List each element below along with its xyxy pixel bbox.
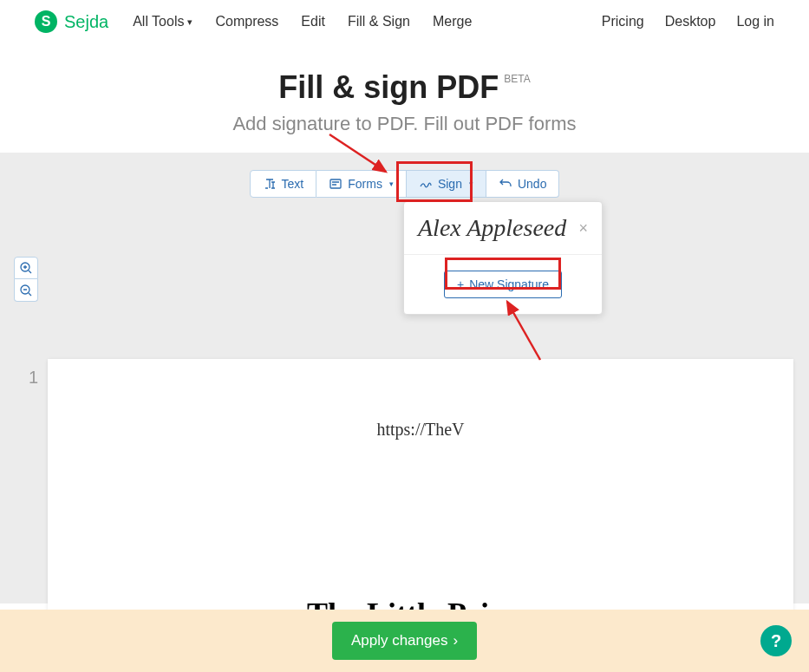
caret-down-icon: ▾: [469, 179, 473, 188]
page-number: 1: [29, 368, 38, 388]
help-button[interactable]: ?: [760, 625, 792, 656]
plus-icon: +: [457, 277, 464, 291]
arrow-annotation-2: [499, 295, 546, 364]
tool-undo-label: Undo: [518, 177, 546, 191]
nav-pricing[interactable]: Pricing: [602, 14, 644, 29]
header-left: S Sejda All Tools ▾ Compress Edit Fill &…: [35, 10, 472, 33]
nav-desktop[interactable]: Desktop: [665, 14, 716, 29]
svg-line-6: [507, 302, 540, 360]
undo-icon: [499, 177, 512, 191]
page-subtitle: Add signature to PDF. Fill out PDF forms: [0, 113, 809, 135]
nav-merge[interactable]: Merge: [433, 14, 472, 29]
zoom-in-icon: [19, 261, 33, 275]
chevron-down-icon: ▾: [187, 16, 192, 28]
page-title: Fill & sign PDF BETA: [278, 69, 530, 106]
toolbar: Text Forms ▾ Sign ▾ Undo: [0, 170, 809, 198]
hero: Fill & sign PDF BETA Add signature to PD…: [0, 43, 809, 153]
header: S Sejda All Tools ▾ Compress Edit Fill &…: [0, 0, 809, 43]
caret-down-icon: ▾: [389, 179, 394, 188]
tool-sign-label: Sign: [438, 177, 462, 191]
pdf-url-text: https://TheV: [82, 420, 759, 440]
zoom-out-button[interactable]: [14, 279, 38, 302]
logo-text: Sejda: [64, 12, 108, 32]
header-right: Pricing Desktop Log in: [602, 14, 774, 29]
zoom-in-button[interactable]: [14, 257, 38, 279]
chevron-right-icon: ›: [453, 632, 458, 649]
nav-compress[interactable]: Compress: [215, 14, 278, 29]
text-icon: [263, 177, 277, 191]
signature-icon: [419, 177, 433, 191]
new-signature-label: New Signature: [469, 277, 549, 291]
zoom-controls: [14, 257, 38, 302]
logo-icon: S: [35, 10, 57, 33]
form-icon: [329, 177, 343, 191]
close-icon[interactable]: ×: [578, 219, 588, 238]
signature-preview[interactable]: Alex Appleseed: [418, 214, 566, 242]
apply-label: Apply changes: [351, 632, 448, 649]
svg-line-4: [329, 134, 386, 172]
footer: Apply changes ›: [0, 610, 809, 672]
nav-edit[interactable]: Edit: [301, 14, 325, 29]
tool-undo-button[interactable]: Undo: [486, 170, 559, 198]
tool-forms-label: Forms: [348, 177, 382, 191]
sign-popup-header: Alex Appleseed ×: [404, 202, 602, 255]
zoom-out-icon: [19, 284, 33, 297]
apply-changes-button[interactable]: Apply changes ›: [332, 622, 477, 660]
tool-sign-button[interactable]: Sign ▾: [407, 170, 486, 198]
nav-all-tools[interactable]: All Tools ▾: [133, 14, 192, 29]
arrow-annotation-1: [325, 130, 395, 178]
svg-rect-0: [330, 179, 341, 188]
nav-all-tools-label: All Tools: [133, 14, 184, 29]
nav-primary: All Tools ▾ Compress Edit Fill & Sign Me…: [133, 14, 472, 29]
beta-badge: BETA: [504, 73, 530, 85]
page-title-text: Fill & sign PDF: [278, 69, 499, 106]
tool-text-label: Text: [282, 177, 304, 191]
logo[interactable]: S Sejda: [35, 10, 108, 33]
nav-fill-sign[interactable]: Fill & Sign: [348, 14, 410, 29]
tool-text-button[interactable]: Text: [250, 170, 317, 198]
nav-login[interactable]: Log in: [736, 14, 774, 29]
